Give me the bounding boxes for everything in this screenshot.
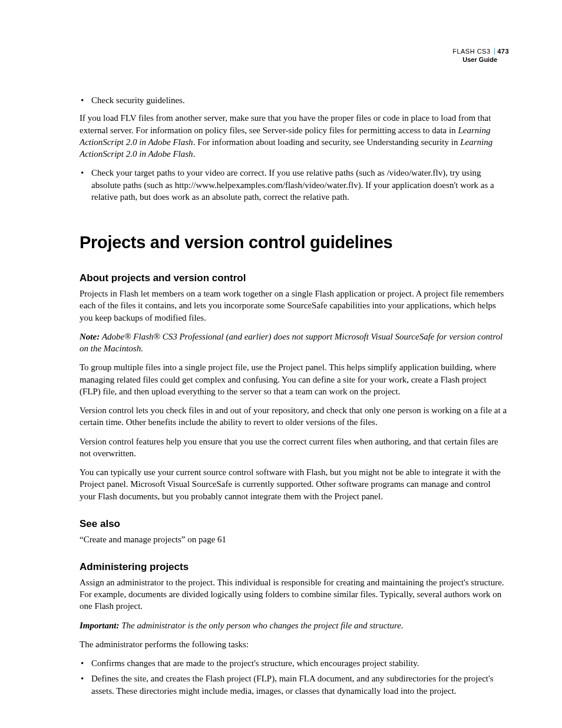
section-heading: Projects and version control guidelines — [80, 231, 509, 254]
header-product: FLASH CS3 — [452, 48, 490, 55]
subsection-heading-seealso: See also — [80, 518, 509, 531]
list-item: Confirms changes that are made to the pr… — [91, 657, 509, 669]
paragraph: Assign an administrator to the project. … — [80, 577, 509, 612]
list-item: Defines the site, and creates the Flash … — [91, 673, 509, 697]
list-item: Check your target paths to your video ar… — [91, 167, 509, 203]
paragraph: You can typically use your current sourc… — [80, 466, 509, 502]
paths-bullet-list: Check your target paths to your video ar… — [80, 167, 509, 203]
list-item: Check security guidelines. — [91, 94, 509, 106]
security-bullet-list: Check security guidelines. — [80, 94, 509, 106]
important-label: Important: — [80, 621, 120, 630]
note-paragraph: Note: Adobe® Flash® CS3 Professional (an… — [80, 331, 509, 355]
header-subtitle: User Guide — [452, 55, 509, 64]
subsection-heading-about: About projects and version control — [80, 272, 509, 285]
page-header: FLASH CS3 473 User Guide — [452, 47, 509, 64]
admin-task-list: Confirms changes that are made to the pr… — [80, 657, 509, 697]
note-text: Adobe® Flash® CS3 Professional (and earl… — [80, 332, 503, 353]
paragraph: Projects in Flash let members on a team … — [80, 288, 509, 324]
paragraph: Version control features help you ensure… — [80, 436, 509, 460]
subsection-heading-admin: Administering projects — [80, 561, 509, 574]
paragraph: The administrator performs the following… — [80, 638, 509, 650]
paragraph: To group multiple files into a single pr… — [80, 361, 509, 397]
header-page-number: 473 — [494, 48, 509, 55]
important-text: The administrator is the only person who… — [121, 621, 403, 630]
note-label: Note: — [80, 332, 100, 341]
page-body: Check security guidelines. If you load F… — [80, 94, 509, 697]
important-paragraph: Important: The administrator is the only… — [80, 620, 509, 631]
paragraph: If you load FLV files from another serve… — [80, 112, 509, 160]
paragraph: Version control lets you check files in … — [80, 404, 509, 429]
see-also-reference: “Create and manage projects” on page 61 — [80, 533, 509, 545]
